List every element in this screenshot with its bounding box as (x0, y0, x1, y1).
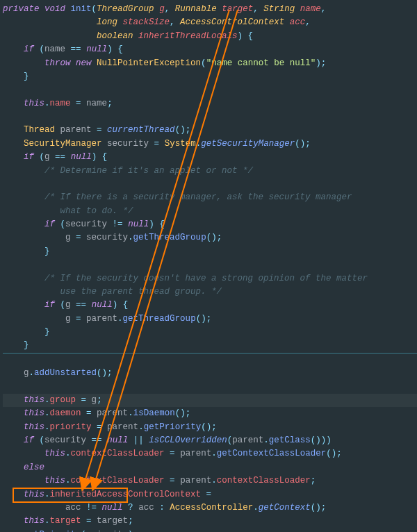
code-line: SecurityManager security = System.getSec… (3, 138, 417, 151)
code-line: use the parent thread group. */ (3, 285, 417, 299)
code-line: g = parent.getThreadGroup(); (3, 313, 417, 326)
code-line: this.inheritedAccessControlContext = (3, 488, 417, 501)
code-line: this.priority = parent.getPriority(); (3, 421, 417, 434)
code-line: this.target = target; (3, 515, 417, 528)
code-editor[interactable]: private void init(ThreadGroup g, Runnabl… (0, 0, 417, 532)
code-line: throw new NullPointerException("name can… (3, 57, 417, 70)
code-line: else (3, 461, 417, 474)
code-line: setPriority(priority); (3, 529, 417, 532)
code-line: Thread parent = currentThread(); (3, 124, 417, 137)
code-line: } (3, 70, 417, 83)
code-line: this.name = name; (3, 97, 417, 110)
code-line: if (name == null) { (3, 43, 417, 56)
code-line: private void init(ThreadGroup g, Runnabl… (3, 3, 417, 16)
code-line: this.contextClassLoader = parent.getCont… (3, 447, 417, 460)
code-line: long stackSize, AccessControlContext acc… (3, 16, 417, 29)
code-line: if (g == null) { (3, 151, 417, 164)
code-line: g.addUnstarted(); (3, 367, 417, 380)
code-line: /* If the security doesn't have a strong… (3, 272, 417, 285)
code-line: if (security != null) { (3, 218, 417, 231)
code-line (3, 381, 417, 394)
code-line: if (security == null || isCCLOverridden(… (3, 434, 417, 447)
code-line: what to do. */ (3, 205, 417, 218)
code-line: } (3, 326, 417, 339)
code-line: /* If there is a security manager, ask t… (3, 191, 417, 204)
code-line: this.daemon = parent.isDaemon(); (3, 407, 417, 420)
code-line-current: this.group = g; (3, 394, 417, 407)
code-line: } (3, 245, 417, 258)
code-line (3, 110, 417, 124)
code-line (3, 83, 417, 97)
code-line: g = security.getThreadGroup(); (3, 231, 417, 244)
code-line (3, 354, 417, 367)
code-line: /* Determine if it's an applet or not */ (3, 165, 417, 178)
code-line: if (g == null) { (3, 299, 417, 312)
code-line (3, 178, 417, 191)
code-line (3, 258, 417, 272)
code-line: } (3, 339, 417, 352)
code-line: boolean inheritThreadLocals) { (3, 30, 417, 43)
code-line: this.contextClassLoader = parent.context… (3, 474, 417, 488)
code-line: acc != null ? acc : AccessController.get… (3, 501, 417, 515)
